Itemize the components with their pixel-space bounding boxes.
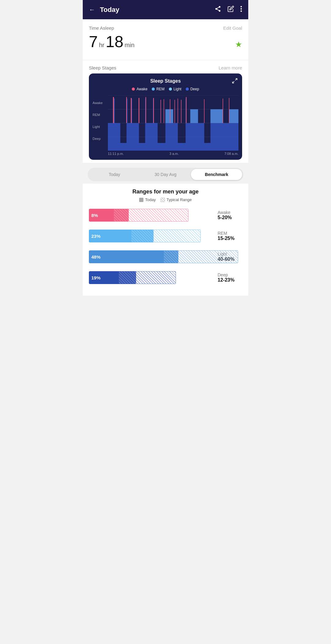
bar-light-typical <box>164 250 238 263</box>
rem-dot <box>152 88 155 91</box>
svg-line-8 <box>235 79 237 80</box>
svg-line-4 <box>217 7 219 9</box>
bar-rem-typical <box>131 230 201 242</box>
chart-expand-icon[interactable] <box>232 78 238 85</box>
chart-y-labels: Awake REM Light Deep <box>93 95 105 151</box>
chart-area <box>108 95 238 151</box>
bar-info-rem: REM 15-25% <box>218 231 242 241</box>
header-left: ← Today <box>89 6 119 14</box>
legend-deep: Deep <box>186 87 199 91</box>
bar-rem-name: REM <box>218 231 242 236</box>
legend-light: Light <box>169 87 181 91</box>
chart-title: Sleep Stages <box>93 78 238 84</box>
bar-area-deep: 19% <box>89 270 213 285</box>
sleep-stages-svg <box>108 95 238 151</box>
bar-rem-range: 15-25% <box>218 236 242 241</box>
time-asleep-section: Time Asleep Edit Goal 7 hr 18 min ★ <box>83 19 248 60</box>
svg-line-9 <box>233 81 234 83</box>
bar-awake-typical <box>114 209 188 222</box>
more-icon[interactable] <box>240 6 242 14</box>
chart-legend: Awake REM Light Deep <box>93 87 238 91</box>
today-legend-label: Today <box>145 197 156 202</box>
awake-dot <box>132 88 135 91</box>
time-asleep-label: Time Asleep <box>89 25 114 31</box>
x-label-mid: 3 a.m. <box>169 152 179 155</box>
bar-row-rem: 23% REM 15-25% <box>89 228 242 244</box>
typical-legend-box <box>161 198 165 202</box>
legend-awake: Awake <box>132 87 147 91</box>
bar-awake-value: 8% <box>91 213 98 218</box>
header: ← Today <box>83 0 248 19</box>
minutes-value: 18 <box>106 32 124 51</box>
bar-row-awake: 8% Awake 5-20% <box>89 208 242 223</box>
tabs-section: Today 30 Day Avg Benchmark <box>83 163 248 181</box>
benchmark-title: Ranges for men your age <box>89 189 242 195</box>
typical-legend-label: Typical Range <box>166 197 192 202</box>
bar-deep-range: 12-23% <box>218 277 242 283</box>
svg-point-7 <box>241 10 242 12</box>
edit-goal-button[interactable]: Edit Goal <box>223 25 242 31</box>
bar-row-deep: 19% Deep 12-23% <box>89 270 242 285</box>
hours-value: 7 <box>89 32 98 51</box>
hours-unit: hr <box>99 42 105 49</box>
awake-label: Awake <box>136 87 147 91</box>
sleep-stages-label: Sleep Stages <box>89 65 116 70</box>
chart-body: Awake REM Light Deep <box>93 95 238 151</box>
bar-area-rem: 23% <box>89 228 213 244</box>
x-label-end: 7:08 a.m. <box>224 152 238 155</box>
y-label-deep: Deep <box>93 137 105 140</box>
blegend-typical: Typical Range <box>161 197 192 202</box>
svg-point-0 <box>219 6 221 8</box>
bar-info-awake: Awake 5-20% <box>218 210 242 220</box>
bar-area-awake: 8% <box>89 208 213 223</box>
benchmark-section: Ranges for men your age Today Typical Ra… <box>83 184 248 296</box>
light-dot <box>169 88 172 91</box>
back-icon[interactable]: ← <box>89 6 95 13</box>
y-label-awake: Awake <box>93 101 105 105</box>
deep-label: Deep <box>190 87 199 91</box>
tab-today[interactable]: Today <box>89 169 140 180</box>
header-title: Today <box>100 6 119 14</box>
header-right <box>215 6 242 14</box>
edit-icon[interactable] <box>227 6 234 14</box>
bar-awake-range: 5-20% <box>218 215 242 220</box>
light-label: Light <box>173 87 181 91</box>
svg-point-1 <box>215 8 217 10</box>
time-asleep-row: Time Asleep Edit Goal <box>89 25 242 31</box>
tabs-container: Today 30 Day Avg Benchmark <box>88 168 243 181</box>
bar-deep-value: 19% <box>91 275 101 280</box>
bar-info-deep: Deep 12-23% <box>218 272 242 283</box>
bar-rem-value: 23% <box>91 234 101 239</box>
tab-30day[interactable]: 30 Day Avg <box>140 169 191 180</box>
share-icon[interactable] <box>215 6 221 14</box>
x-label-start: 11:11 p.m. <box>108 152 124 155</box>
bar-row-light: 48% Light 40-60% <box>89 249 242 264</box>
learn-more-button[interactable]: Learn more <box>219 65 242 70</box>
time-display: 7 hr 18 min ★ <box>89 32 242 51</box>
goal-star-icon: ★ <box>235 40 242 49</box>
tab-benchmark[interactable]: Benchmark <box>191 169 242 180</box>
bar-light-value: 48% <box>91 254 101 260</box>
svg-point-2 <box>219 10 221 12</box>
y-label-light: Light <box>93 125 105 129</box>
svg-line-3 <box>217 9 219 10</box>
deep-dot <box>186 88 189 91</box>
chart-x-labels: 11:11 p.m. 3 a.m. 7:08 a.m. <box>93 152 238 155</box>
sleep-chart: Sleep Stages Awake REM Light Deep <box>89 73 242 160</box>
legend-rem: REM <box>152 87 165 91</box>
sleep-stages-row: Sleep Stages Learn more <box>89 65 242 70</box>
minutes-unit: min <box>125 42 135 49</box>
svg-point-5 <box>241 6 242 7</box>
rem-label: REM <box>156 87 165 91</box>
benchmark-legend: Today Typical Range <box>89 197 242 202</box>
bar-area-light: 48% <box>89 249 213 264</box>
bar-awake-name: Awake <box>218 210 242 215</box>
sleep-stages-section: Sleep Stages Learn more Sleep Stages Awa… <box>83 60 248 163</box>
svg-point-6 <box>241 8 242 10</box>
bar-deep-typical <box>119 271 176 284</box>
today-legend-box <box>139 198 143 202</box>
blegend-today: Today <box>139 197 156 202</box>
y-label-rem: REM <box>93 113 105 117</box>
bar-deep-name: Deep <box>218 272 242 277</box>
